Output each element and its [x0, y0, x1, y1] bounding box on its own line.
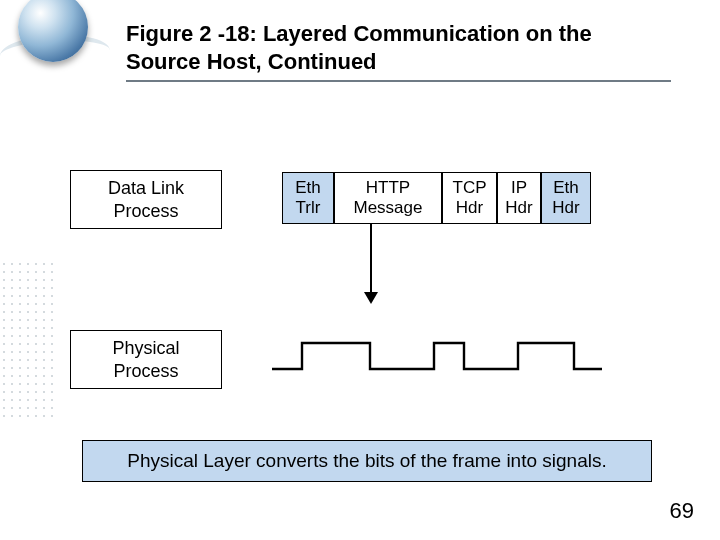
segment-label: Eth Hdr [552, 178, 579, 217]
segment-label: HTTP Message [354, 178, 423, 217]
segment-label: Eth Trlr [295, 178, 321, 217]
data-link-process-box: Data LinkProcess [70, 170, 222, 229]
figure-title: Figure 2 -18: Layered Communication on t… [126, 20, 671, 75]
physical-process-box: PhysicalProcess [70, 330, 222, 389]
segment-label: TCP Hdr [453, 178, 487, 217]
segment-line2: Hdr [505, 198, 532, 217]
segment-line1: Eth [295, 178, 321, 197]
title-underline [126, 80, 671, 82]
frame-segments: Eth Trlr HTTP Message TCP Hdr IP Hdr Eth [282, 172, 591, 224]
segment-line2: Trlr [296, 198, 321, 217]
slide: Figure 2 -18: Layered Communication on t… [0, 0, 720, 540]
data-link-process-label: Data LinkProcess [108, 178, 184, 221]
segment-ip-hdr: IP Hdr [497, 172, 541, 224]
segment-eth-hdr: Eth Hdr [541, 172, 591, 224]
signal-waveform-icon [272, 335, 602, 377]
segment-tcp-hdr: TCP Hdr [442, 172, 497, 224]
page-number: 69 [670, 498, 694, 524]
segment-line1: HTTP [366, 178, 410, 197]
segment-http-message: HTTP Message [334, 172, 442, 224]
segment-line2: Hdr [456, 198, 483, 217]
globe-decoration [0, 0, 110, 90]
segment-line1: Eth [553, 178, 579, 197]
caption-text: Physical Layer converts the bits of the … [127, 450, 606, 471]
caption-box: Physical Layer converts the bits of the … [82, 440, 652, 482]
dot-grid-decoration [0, 260, 54, 420]
segment-line2: Hdr [552, 198, 579, 217]
segment-line1: TCP [453, 178, 487, 197]
segment-line2: Message [354, 198, 423, 217]
physical-process-label: PhysicalProcess [112, 338, 179, 381]
down-arrow-icon [370, 224, 372, 302]
segment-eth-trlr: Eth Trlr [282, 172, 334, 224]
segment-label: IP Hdr [505, 178, 532, 217]
segment-line1: IP [511, 178, 527, 197]
